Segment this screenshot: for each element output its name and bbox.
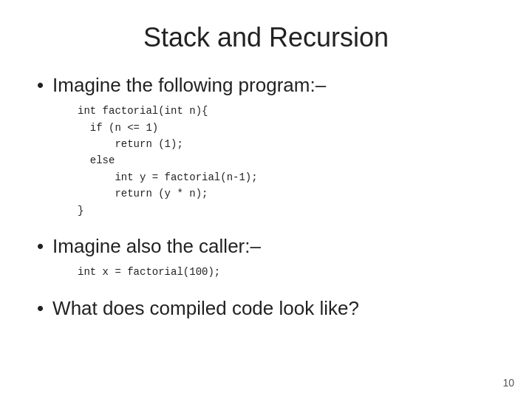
bullet-item-3: • What does compiled code look like?: [37, 297, 495, 320]
code-line-2-0: int x = factorial(100);: [78, 264, 495, 280]
bullet-dot-1: •: [37, 74, 44, 97]
code-line-1-0: int factorial(int n){: [78, 103, 495, 119]
bullet-dot-3: •: [37, 297, 44, 320]
code-line-1-4: int y = factorial(n-1);: [78, 169, 495, 185]
page-number: 10: [502, 377, 514, 389]
code-line-1-2: return (1);: [78, 136, 495, 152]
bullet-section-1: • Imagine the following program:– int fa…: [37, 74, 495, 228]
code-block-1: int factorial(int n){ if (n <= 1) return…: [78, 103, 495, 219]
bullet-section-2: • Imagine also the caller:– int x = fact…: [37, 235, 495, 290]
bullet-text-1: Imagine the following program:–: [52, 74, 326, 97]
bullet-dot-2: •: [37, 235, 44, 258]
bullet-text-3: What does compiled code look like?: [52, 297, 359, 320]
code-line-1-1: if (n <= 1): [78, 120, 495, 136]
bullet-item-2: • Imagine also the caller:–: [37, 235, 495, 258]
code-line-1-5: return (y * n);: [78, 185, 495, 202]
code-block-2: int x = factorial(100);: [78, 264, 495, 280]
bullet-item-1: • Imagine the following program:–: [37, 74, 495, 97]
slide: Stack and Recursion • Imagine the follow…: [0, 0, 532, 399]
bullet-section-3: • What does compiled code look like?: [37, 297, 495, 326]
bullet-text-2: Imagine also the caller:–: [52, 235, 261, 258]
code-line-1-3: else: [78, 152, 495, 168]
code-line-1-6: }: [78, 202, 495, 219]
slide-title: Stack and Recursion: [37, 22, 495, 53]
